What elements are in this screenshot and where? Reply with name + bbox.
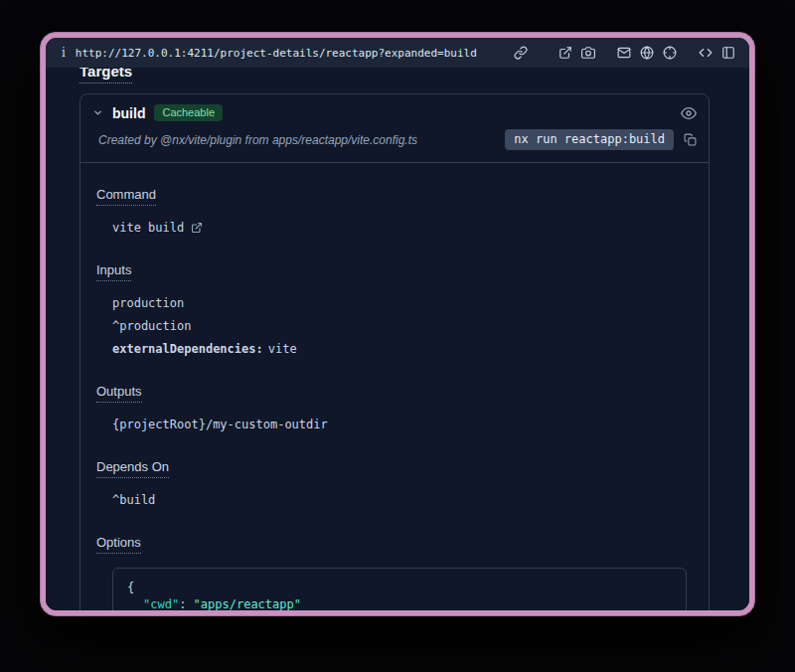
- command-value-row: vite build: [112, 220, 693, 236]
- chevron-down-icon[interactable]: [92, 107, 103, 118]
- command-value: vite build: [112, 220, 184, 236]
- external-link-icon[interactable]: [191, 222, 203, 234]
- mail-icon[interactable]: [617, 46, 631, 60]
- project-details-content: Targets build Cacheable Created by @nx/v…: [46, 68, 749, 610]
- depends-on-item: ^build: [112, 492, 693, 508]
- section-inputs: Inputs production ^production externalDe…: [96, 260, 693, 357]
- code-sep: :: [179, 597, 193, 610]
- address-url[interactable]: http://127.0.0.1:4211/project-details/re…: [76, 47, 514, 60]
- build-card-header[interactable]: build Cacheable: [80, 94, 709, 128]
- options-code-block: { "cwd": "apps/reactapp" }: [112, 568, 687, 610]
- created-by-text: Created by @nx/vite/plugin from apps/rea…: [98, 133, 495, 147]
- build-card-body: Command vite build Inputs production: [80, 163, 709, 610]
- build-card-subheader: Created by @nx/vite/plugin from apps/rea…: [80, 128, 709, 163]
- input-item: ^production: [112, 318, 693, 334]
- share-icon[interactable]: [558, 46, 572, 60]
- run-command-chip: nx run reactapp:build: [505, 129, 674, 150]
- browser-window: i http://127.0.0.1:4211/project-details/…: [40, 32, 755, 616]
- page-title: Targets: [80, 68, 710, 80]
- external-deps-value: vite: [268, 342, 297, 356]
- cacheable-badge: Cacheable: [154, 104, 223, 121]
- build-target-name: build: [112, 105, 145, 121]
- outputs-heading[interactable]: Outputs: [96, 384, 142, 403]
- titlebar-icons: [514, 46, 735, 60]
- section-options: Options { "cwd": "apps/reactapp" }: [96, 533, 693, 610]
- code-line: {: [127, 580, 672, 596]
- inputs-heading[interactable]: Inputs: [96, 262, 131, 281]
- output-item: {projectRoot}/my-custom-outdir: [112, 417, 693, 432]
- copy-icon[interactable]: [684, 133, 697, 146]
- globe-icon[interactable]: [640, 46, 654, 60]
- window-inner: i http://127.0.0.1:4211/project-details/…: [46, 38, 749, 610]
- eye-icon[interactable]: [681, 105, 697, 121]
- input-external-deps: externalDependencies:vite: [112, 341, 693, 357]
- code-key: "cwd": [143, 597, 179, 610]
- link-icon[interactable]: [514, 46, 528, 60]
- crosshair-icon[interactable]: [663, 46, 677, 60]
- section-command: Command vite build: [96, 185, 693, 236]
- input-item: production: [112, 295, 693, 311]
- code-line: "cwd": "apps/reactapp": [127, 596, 672, 610]
- browser-titlebar: i http://127.0.0.1:4211/project-details/…: [46, 38, 749, 68]
- layout-icon[interactable]: [721, 46, 735, 60]
- camera-icon[interactable]: [581, 46, 595, 60]
- depends-on-heading[interactable]: Depends On: [96, 459, 169, 478]
- options-heading[interactable]: Options: [96, 535, 141, 554]
- code-icon[interactable]: [699, 46, 713, 60]
- info-icon: i: [62, 46, 66, 60]
- section-depends-on: Depends On ^build: [96, 457, 693, 508]
- external-deps-label: externalDependencies:: [112, 342, 263, 356]
- command-heading[interactable]: Command: [96, 187, 156, 206]
- code-value: "apps/reactapp": [194, 597, 301, 610]
- section-outputs: Outputs {projectRoot}/my-custom-outdir: [96, 382, 693, 432]
- target-card-build: build Cacheable Created by @nx/vite/plug…: [80, 93, 710, 610]
